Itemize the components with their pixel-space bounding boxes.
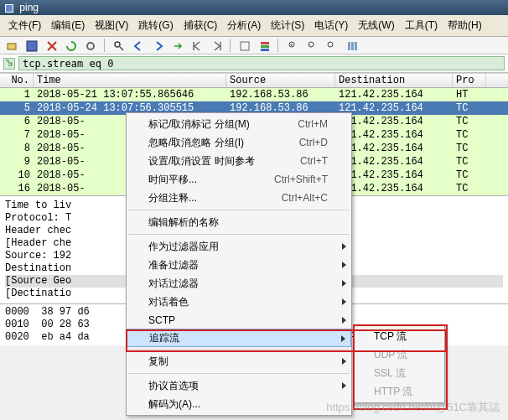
submenu-arrow-icon	[342, 317, 346, 324]
jump-icon[interactable]	[170, 39, 184, 52]
svg-rect-0	[8, 44, 16, 49]
svg-rect-17	[351, 42, 354, 50]
col-header-dst[interactable]: Destination	[335, 74, 453, 87]
menubar: 文件(F)编辑(E)视图(V)跳转(G)捕获(C)分析(A)统计(S)电话(Y)…	[0, 15, 508, 37]
menu-item[interactable]: 编辑(E)	[46, 17, 90, 34]
menu-item[interactable]: 跳转(G)	[133, 17, 178, 34]
menu-item[interactable]: 捕获(C)	[179, 17, 223, 34]
col-header-time[interactable]: Time	[34, 74, 226, 87]
menu-item[interactable]: 追踪流	[127, 329, 351, 347]
colorize-icon[interactable]	[257, 39, 271, 52]
menu-item[interactable]: 协议首选项	[127, 376, 351, 395]
menu-item[interactable]: 作为过滤器应用	[127, 237, 351, 256]
svg-rect-16	[348, 42, 350, 50]
menu-item[interactable]: 分析(A)	[222, 17, 266, 34]
submenu-arrow-icon	[342, 358, 346, 365]
menu-item[interactable]: 标记/取消标记 分组(M)Ctrl+M	[127, 115, 351, 133]
close-icon[interactable]	[44, 39, 58, 52]
submenu-item: SSL 流	[354, 364, 444, 382]
gear-icon[interactable]	[83, 39, 96, 52]
menu-item[interactable]: 复制	[127, 352, 351, 371]
menu-item[interactable]: 工具(T)	[400, 17, 443, 34]
svg-rect-9	[261, 45, 269, 48]
forward-icon[interactable]	[151, 39, 164, 52]
menu-item[interactable]: 编辑解析的名称	[127, 213, 351, 231]
svg-point-15	[328, 42, 333, 47]
submenu-arrow-icon	[342, 262, 346, 268]
zoom-in-icon[interactable]: +	[286, 39, 299, 52]
display-filter-input[interactable]	[18, 56, 505, 70]
submenu-arrow-icon	[341, 335, 345, 342]
svg-point-4	[87, 43, 94, 49]
submenu-item: HTTP 流	[354, 382, 444, 401]
menu-item[interactable]: 设置/取消设置 时间参考Ctrl+T	[127, 152, 351, 170]
menu-item[interactable]: 视图(V)	[90, 17, 133, 34]
svg-rect-7	[241, 42, 249, 50]
menu-item[interactable]: 分组注释...Ctrl+Alt+C	[127, 189, 351, 207]
menu-item[interactable]: 电话(Y)	[309, 17, 353, 34]
menu-item[interactable]: 对话过滤器	[127, 274, 351, 293]
zoom-out-icon[interactable]: -	[305, 39, 319, 52]
menu-item[interactable]: 时间平移...Ctrl+Shift+T	[127, 170, 351, 189]
menu-item[interactable]: 对话着色	[127, 293, 351, 311]
submenu-arrow-icon	[342, 280, 346, 287]
submenu-item: UDP 流	[354, 345, 444, 364]
window-title: ping	[19, 2, 39, 13]
zoom-reset-icon[interactable]	[324, 39, 338, 52]
svg-text:-: -	[309, 42, 311, 47]
filter-bar	[0, 54, 508, 73]
svg-point-5	[115, 42, 120, 47]
menu-item[interactable]: 解码为(A)...	[127, 395, 351, 413]
open-icon[interactable]	[5, 39, 18, 52]
svg-rect-10	[261, 49, 269, 51]
menu-item[interactable]: 帮助(H)	[443, 17, 487, 34]
svg-text:+: +	[290, 42, 293, 47]
reload-icon[interactable]	[64, 39, 77, 52]
menu-item[interactable]: 无线(W)	[353, 17, 399, 34]
toolbar: + -	[0, 37, 508, 54]
resize-columns-icon[interactable]	[345, 39, 358, 52]
svg-rect-18	[355, 42, 357, 50]
submenu-arrow-icon	[342, 243, 346, 250]
packet-list-header[interactable]: No. Time Source Destination Pro	[0, 73, 508, 88]
titlebar: ping	[0, 0, 508, 15]
menu-item[interactable]: 准备过滤器	[127, 256, 351, 274]
follow-stream-submenu: TCP 流UDP 流SSL 流HTTP 流	[353, 324, 445, 403]
last-icon[interactable]	[210, 39, 223, 52]
svg-rect-8	[261, 42, 269, 44]
svg-line-6	[120, 47, 123, 50]
submenu-arrow-icon	[342, 298, 346, 305]
col-header-pro[interactable]: Pro	[453, 74, 486, 87]
first-icon[interactable]	[189, 39, 203, 52]
autoscroll-icon[interactable]	[237, 39, 251, 52]
menu-item[interactable]: 统计(S)	[266, 17, 309, 34]
submenu-arrow-icon	[342, 382, 346, 389]
col-header-src[interactable]: Source	[226, 74, 335, 87]
menu-item[interactable]: 文件(F)	[3, 17, 46, 34]
col-header-no[interactable]: No.	[0, 74, 34, 87]
submenu-item[interactable]: TCP 流	[354, 327, 444, 345]
back-icon[interactable]	[131, 39, 144, 52]
save-icon[interactable]	[24, 39, 38, 52]
app-icon	[5, 4, 13, 13]
menu-item[interactable]: SCTP	[127, 311, 351, 329]
filter-apply-icon[interactable]	[3, 58, 15, 70]
svg-rect-1	[27, 41, 37, 51]
table-row[interactable]: 12018-05-21 13:07:55.865646192.168.53.86…	[0, 88, 508, 101]
context-menu: 标记/取消标记 分组(M)Ctrl+M忽略/取消忽略 分组(I)Ctrl+D设置…	[126, 112, 352, 416]
menu-item[interactable]: 忽略/取消忽略 分组(I)Ctrl+D	[127, 133, 351, 152]
find-icon[interactable]	[111, 39, 125, 52]
